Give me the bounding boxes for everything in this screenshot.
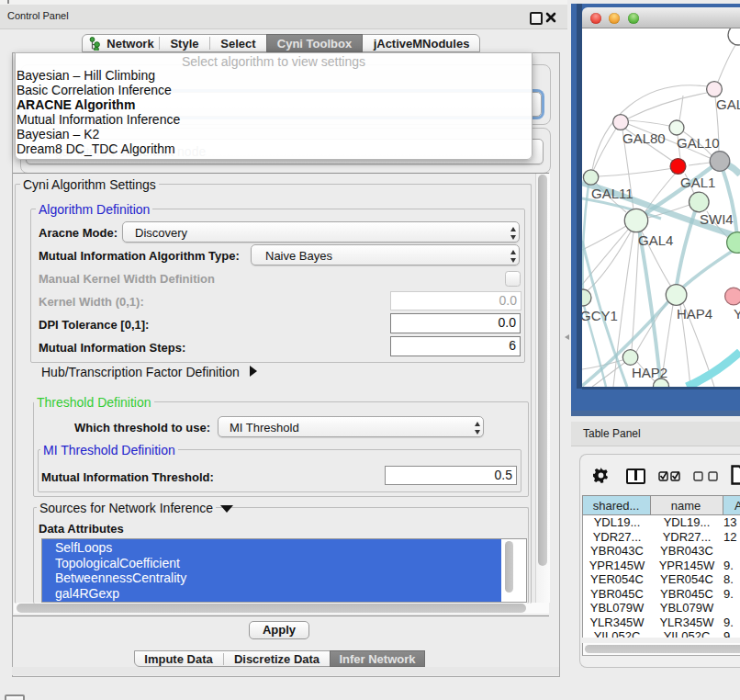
svg-text:GAL10: GAL10	[677, 135, 720, 151]
svg-text:HAP2: HAP2	[632, 365, 667, 380]
svg-text:GAL4: GAL4	[638, 232, 673, 248]
svg-text:HAP4: HAP4	[677, 306, 712, 322]
svg-text:GAL80: GAL80	[622, 130, 666, 146]
svg-text:GAL1: GAL1	[680, 175, 715, 190]
svg-text:Y: Y	[734, 306, 740, 322]
svg-text:GCY1: GCY1	[582, 308, 618, 323]
svg-text:SWI4: SWI4	[700, 211, 734, 227]
svg-text:GAL7: GAL7	[716, 96, 740, 112]
svg-text:GAL11: GAL11	[591, 186, 633, 201]
